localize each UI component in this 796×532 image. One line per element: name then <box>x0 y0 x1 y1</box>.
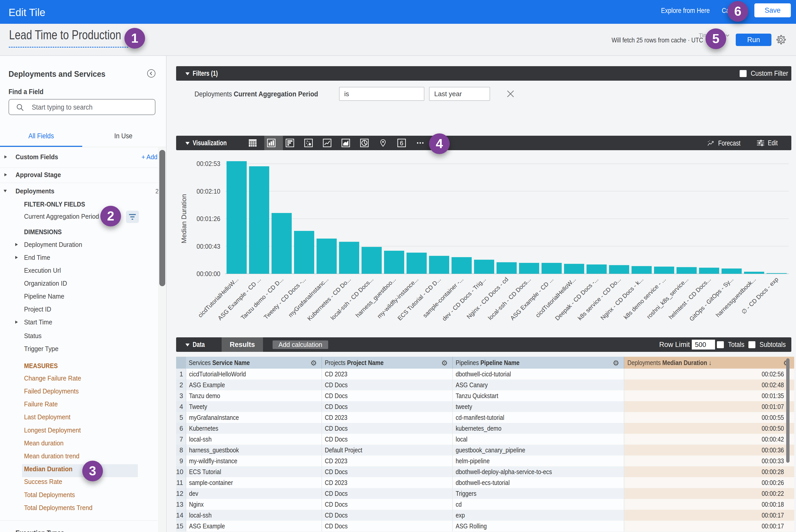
svg-text:helmtest - CD Docs...: helmtest - CD Docs... <box>667 276 712 321</box>
svg-text:cicdTutorialHelloW...: cicdTutorialHelloW... <box>197 276 240 319</box>
svg-text:00:02:53: 00:02:53 <box>197 160 220 168</box>
svg-text:∅ - CD Docs - exp: ∅ - CD Docs - exp <box>740 276 780 316</box>
svg-text:ASG Example - CD ...: ASG Example - CD ... <box>217 276 262 322</box>
svg-text:roshni_k8s_service...: roshni_k8s_service... <box>645 276 689 320</box>
svg-text:Nginx - CD Docs - cd: Nginx - CD Docs - cd <box>465 276 510 320</box>
svg-text:local-ssh - CD Docs...: local-ssh - CD Docs... <box>329 276 375 321</box>
svg-text:00:00:00: 00:00:00 <box>197 270 220 278</box>
svg-text:Nginx - CD Docs - k...: Nginx - CD Docs - k... <box>599 276 645 321</box>
svg-text:Tanzu demo - CD D...: Tanzu demo - CD D... <box>239 276 285 321</box>
svg-text:Kubernetes - CD Do...: Kubernetes - CD Do... <box>306 276 352 322</box>
svg-text:GitOps - GitOps - Sy...: GitOps - GitOps - Sy... <box>688 276 735 322</box>
svg-text:sample-container -...: sample-container -... <box>422 276 465 319</box>
svg-text:harness_guestboo...: harness_guestboo... <box>354 276 397 319</box>
svg-text:00:00:43: 00:00:43 <box>197 243 220 250</box>
svg-text:local-ssh - CD Docs...: local-ssh - CD Docs... <box>487 276 532 321</box>
svg-text:dev - CD Docs - Trig...: dev - CD Docs - Trig... <box>441 276 487 322</box>
svg-text:my-wildfly-instance...: my-wildfly-instance... <box>376 276 420 320</box>
svg-text:Deepak - CD Docs -...: Deepak - CD Docs -... <box>554 276 599 322</box>
svg-text:k8s demo service - ...: k8s demo service - ... <box>623 276 667 321</box>
svg-text:ASG Example - CD ...: ASG Example - CD ... <box>509 276 555 322</box>
svg-text:6: 6 <box>400 139 403 147</box>
svg-text:Median Duration: Median Duration <box>180 194 188 244</box>
svg-text:cicdTutorialHelloW...: cicdTutorialHelloW... <box>534 276 577 319</box>
svg-text:00:02:10: 00:02:10 <box>197 187 220 195</box>
svg-text:k8s service - CD Do...: k8s service - CD Do... <box>576 276 622 322</box>
svg-text:Tweety - CD Docs -...: Tweety - CD Docs -... <box>262 276 307 321</box>
svg-text:myGrafanaInstanc...: myGrafanaInstanc... <box>287 276 330 319</box>
svg-text:harnessguestbook...: harnessguestbook... <box>715 276 757 319</box>
svg-text:ECS Tutorial - CD D...: ECS Tutorial - CD D... <box>396 276 442 322</box>
svg-text:00:01:26: 00:01:26 <box>197 215 220 223</box>
